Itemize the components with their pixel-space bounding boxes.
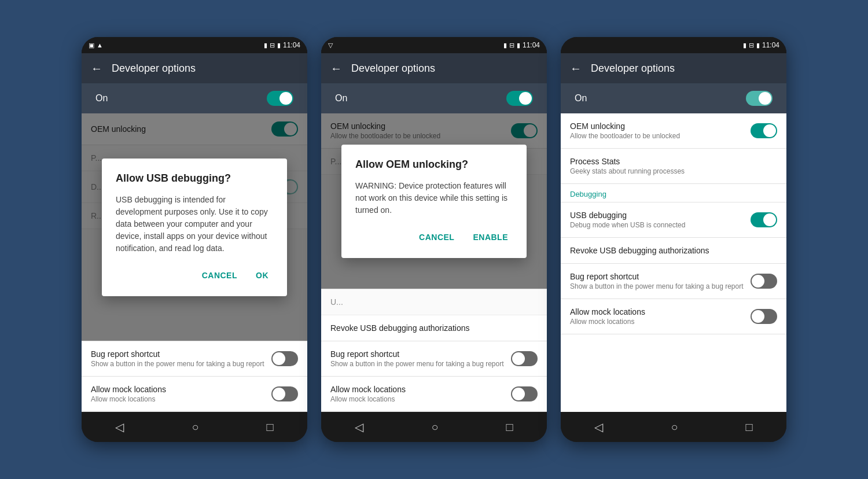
dialog-overlay-1: Allow USB debugging? USB debugging is in…	[82, 113, 307, 341]
toggle-bug-1[interactable]	[271, 351, 298, 366]
dialog-title-2: Allow OEM unlocking?	[355, 159, 513, 171]
setting-desc-oem-3: Allow the bootloader to be unlocked	[570, 132, 746, 140]
nav-back-2[interactable]: ◁	[355, 420, 363, 434]
back-button-3[interactable]: ←	[570, 62, 582, 75]
status-bar-3: ▮ ⊟ ▮ 11:04	[561, 37, 786, 53]
on-label-3: On	[575, 93, 587, 104]
setting-desc-bug-1: Show a button in the power menu for taki…	[91, 360, 267, 368]
setting-title-revoke-3: Revoke USB debugging authorizations	[570, 246, 773, 255]
toggle-bug-3[interactable]	[751, 274, 777, 289]
setting-bug-1[interactable]: Bug report shortcut Show a button in the…	[82, 341, 307, 377]
status-left-2: ▽	[328, 42, 333, 49]
below-settings-2: U... Revoke USB debugging authorizations…	[321, 289, 547, 412]
nav-bar-1: ◁ ○ □	[82, 412, 307, 442]
setting-title-bug-2: Bug report shortcut	[330, 349, 506, 359]
wifi-icon: ▣	[89, 42, 94, 49]
setting-process-3[interactable]: Process Stats Geeky stats about running …	[561, 149, 786, 184]
back-button-1[interactable]: ←	[91, 62, 102, 75]
dialog-body-2: WARNING: Device protection features will…	[355, 180, 513, 216]
nav-back-3[interactable]: ◁	[594, 420, 603, 434]
nav-recents-3[interactable]: □	[745, 421, 752, 434]
nav-recents-2[interactable]: □	[506, 421, 513, 434]
setting-title-mock-1: Allow mock locations	[91, 385, 267, 394]
status-right-1: ▮ ⊟ ▮ 11:04	[264, 41, 300, 49]
nav-recents-1[interactable]: □	[266, 421, 273, 434]
enable-button-2[interactable]: ENABLE	[468, 230, 513, 244]
settings-list-1: OEM unlocking P... D... R...	[82, 113, 307, 341]
setting-title-mock-3: Allow mock locations	[570, 307, 746, 316]
setting-desc-bug-3: Show a button in the power menu for taki…	[570, 282, 746, 290]
battery-icon-3: ▮	[743, 42, 746, 49]
toggle-mock-2[interactable]	[511, 386, 538, 401]
setting-desc-usb-3: Debug mode when USB is connected	[570, 221, 746, 229]
setting-desc-mock-2: Allow mock locations	[330, 395, 506, 403]
battery2-icon: ▮	[277, 42, 281, 49]
toggle-usb-3[interactable]	[751, 212, 777, 227]
nav-bar-3: ◁ ○ □	[561, 412, 786, 442]
on-toggle-row-2: On	[321, 83, 547, 113]
page-title-3: Developer options	[591, 62, 675, 75]
on-toggle-row-1: On	[82, 83, 307, 113]
main-toggle-2[interactable]	[506, 91, 533, 106]
nav-home-3[interactable]: ○	[671, 421, 678, 434]
toggle-bug-2[interactable]	[511, 351, 538, 366]
battery-icon: ▮	[264, 42, 267, 49]
battery-icon-2: ▮	[503, 42, 507, 49]
dialog-actions-1: CANCEL OK	[116, 268, 273, 282]
setting-bug-2[interactable]: Bug report shortcut Show a button in the…	[321, 341, 547, 377]
setting-title-bug-1: Bug report shortcut	[91, 349, 267, 359]
nav-back-1[interactable]: ◁	[115, 420, 124, 434]
setting-title-oem-3: OEM unlocking	[570, 121, 746, 131]
status-right-3: ▮ ⊟ ▮ 11:04	[743, 41, 779, 49]
nav-home-1[interactable]: ○	[192, 421, 198, 434]
status-left-1: ▣ ▲	[89, 42, 103, 49]
toggle-mock-1[interactable]	[271, 386, 298, 401]
on-label-2: On	[335, 93, 347, 104]
battery2-icon-3: ▮	[756, 42, 760, 49]
top-bar-1: ← Developer options	[82, 53, 307, 83]
status-bar-1: ▣ ▲ ▮ ⊟ ▮ 11:04	[82, 37, 307, 53]
on-label-1: On	[95, 93, 108, 104]
below-settings-1: Bug report shortcut Show a button in the…	[82, 341, 307, 412]
main-toggle-3[interactable]	[746, 91, 773, 106]
sim-icon-3: ⊟	[749, 42, 754, 49]
setting-title-usb-3: USB debugging	[570, 211, 746, 220]
ok-button-1[interactable]: OK	[251, 268, 273, 282]
setting-oem-3[interactable]: OEM unlocking Allow the bootloader to be…	[561, 113, 786, 149]
setting-usb-3[interactable]: USB debugging Debug mode when USB is con…	[561, 202, 786, 238]
section-debugging-3: Debugging	[561, 184, 786, 202]
phone-3: ▮ ⊟ ▮ 11:04 ← Developer options On OEM u…	[561, 37, 786, 442]
top-bar-3: ← Developer options	[561, 53, 786, 83]
status-right-2: ▮ ⊟ ▮ 11:04	[503, 41, 540, 49]
battery2-icon-2: ▮	[517, 42, 520, 49]
setting-title-revoke-2: Revoke USB debugging authorizations	[330, 323, 533, 333]
setting-revoke-3[interactable]: Revoke USB debugging authorizations	[561, 238, 786, 264]
toggle-mock-3[interactable]	[751, 309, 777, 324]
cancel-button-2[interactable]: CANCEL	[414, 230, 459, 244]
dialog-body-1: USB debugging is intended for developmen…	[116, 194, 273, 255]
nav-home-2[interactable]: ○	[431, 421, 438, 434]
signal-icon: ▲	[97, 42, 103, 49]
setting-mock-1[interactable]: Allow mock locations Allow mock location…	[82, 377, 307, 412]
setting-u-2: U...	[321, 289, 547, 315]
setting-mock-3[interactable]: Allow mock locations Allow mock location…	[561, 299, 786, 334]
toggle-oem-3[interactable]	[751, 123, 777, 138]
phone-1: ▣ ▲ ▮ ⊟ ▮ 11:04 ← Developer options On O…	[82, 37, 307, 442]
page-title-1: Developer options	[112, 62, 196, 75]
oem-unlock-dialog: Allow OEM unlocking? WARNING: Device pro…	[341, 145, 527, 258]
setting-title-u-2: U...	[330, 297, 533, 307]
status-bar-2: ▽ ▮ ⊟ ▮ 11:04	[321, 37, 547, 53]
setting-desc-bug-2: Show a button in the power menu for taki…	[330, 360, 506, 368]
settings-list-2: OEM unlocking Allow the bootloader to be…	[321, 113, 547, 289]
cancel-button-1[interactable]: CANCEL	[197, 268, 242, 282]
back-button-2[interactable]: ←	[330, 62, 342, 75]
status-time-2: 11:04	[523, 41, 540, 49]
page-title-2: Developer options	[351, 62, 435, 75]
sim-icon: ⊟	[270, 42, 275, 49]
settings-list-3: OEM unlocking Allow the bootloader to be…	[561, 113, 786, 412]
setting-revoke-2[interactable]: Revoke USB debugging authorizations	[321, 315, 547, 341]
setting-desc-mock-1: Allow mock locations	[91, 395, 267, 403]
main-toggle-1[interactable]	[267, 91, 293, 106]
setting-bug-3[interactable]: Bug report shortcut Show a button in the…	[561, 264, 786, 299]
setting-mock-2[interactable]: Allow mock locations Allow mock location…	[321, 377, 547, 412]
